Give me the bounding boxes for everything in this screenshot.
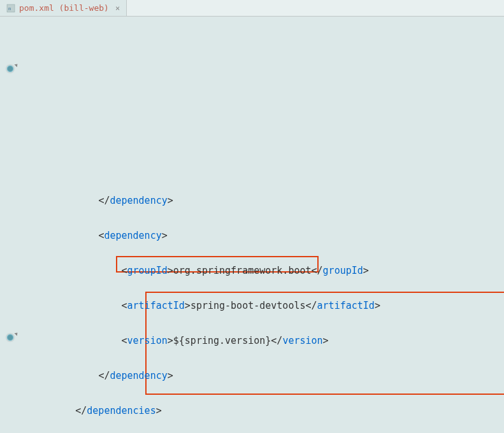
gutter [0,17,27,433]
code-line: <artifactId>spring-boot-devtools</artifa… [27,297,504,315]
tab-bar: m pom.xml (bill-web) × [0,0,504,17]
code-line: </dependency> [27,192,504,210]
code-line: <groupId>org.springframework.boot</group… [27,262,504,280]
run-icon[interactable] [6,65,18,76]
tag-highlight [27,92,73,107]
code-line: </dependencies> [27,402,504,420]
file-tab[interactable]: m pom.xml (bill-web) × [0,0,127,16]
editor[interactable]: </dependency> <dependency> <groupId>org.… [0,17,504,433]
code-line: <version>${spring.version}</version> [27,332,504,350]
xml-file-icon: m [6,4,15,13]
tab-title: pom.xml (bill-web) [19,3,109,13]
run-icon[interactable] [6,334,18,345]
tag-highlight [27,142,73,157]
code-line: <dependency> [27,227,504,245]
code-area[interactable]: </dependency> <dependency> <groupId>org.… [27,17,504,433]
close-icon[interactable]: × [115,4,120,13]
svg-text:m: m [8,6,11,11]
code-line: </dependency> [27,367,504,385]
